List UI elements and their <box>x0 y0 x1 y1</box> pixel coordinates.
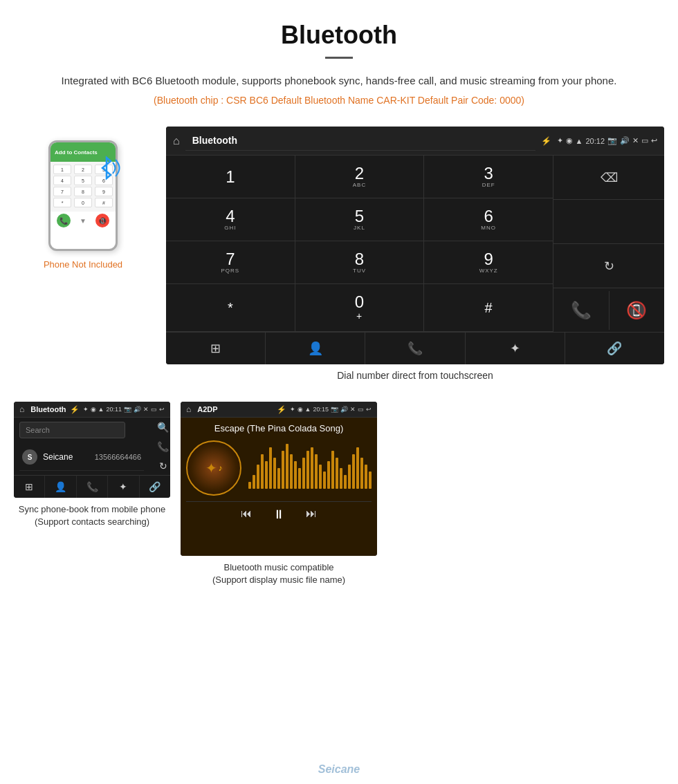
dialer-header: ⌂ Bluetooth ⚡ ✦ ◉ ▲ 20:12 📷 🔊 ✕ ▭ ↩ <box>166 127 664 156</box>
dialer-row-3: 7 PQRS 8 TUV 9 WXYZ <box>166 241 553 284</box>
phone-key-row-4: * 0 # <box>53 198 113 207</box>
phonebook-wrapper: ⌂ Bluetooth ⚡ ✦ ◉ ▲ 20:11 📷 🔊 ✕ ▭ ↩ <box>14 402 170 590</box>
dialer-key-5[interactable]: 5 JKL <box>295 198 425 241</box>
home-icon[interactable]: ⌂ <box>173 135 180 147</box>
bluetooth-status-icon: ✦ <box>557 136 563 145</box>
pb-vol-icon: 🔊 <box>134 406 141 413</box>
back-icon[interactable]: ↩ <box>651 136 657 145</box>
pb-signal-icon: ▲ <box>98 406 104 413</box>
volume-icon: 🔊 <box>620 136 630 145</box>
time-display: 20:12 <box>585 137 605 145</box>
viz-bar <box>277 468 280 489</box>
dialer-key-8[interactable]: 8 TUV <box>295 241 425 283</box>
pb-back-icon[interactable]: ↩ <box>159 406 165 413</box>
call-green-icon: 📞 <box>571 301 592 320</box>
music-home-icon[interactable]: ⌂ <box>186 404 191 414</box>
bt-album-icon: ✦ <box>205 460 217 476</box>
viz-bar <box>360 458 363 489</box>
phone-bottom-row: 📞 ▼ 📵 <box>51 212 116 230</box>
end-call-button[interactable]: 📵 <box>610 291 665 330</box>
sub-6: MNO <box>481 225 496 231</box>
viz-bar <box>323 472 326 489</box>
pb-contacts-btn[interactable]: 👤 <box>45 476 76 498</box>
refresh-icon[interactable]: ↻ <box>604 259 614 274</box>
phone-key-star[interactable]: * <box>53 198 71 207</box>
status-icons: ✦ ◉ ▲ 20:12 📷 🔊 ✕ ▭ ↩ <box>557 136 657 145</box>
music-screen: ⌂ A2DP ⚡ ✦ ◉ ▲ 20:15 📷 🔊 ✕ ▭ ↩ Escape (T… <box>181 402 377 556</box>
viz-bar <box>286 444 288 489</box>
pb-link-btn[interactable]: 🔗 <box>140 476 170 498</box>
viz-bar <box>306 451 309 489</box>
pb-grid-btn[interactable]: ⊞ <box>14 476 45 498</box>
dialer-key-3[interactable]: 3 DEF <box>424 156 553 198</box>
pb-phone-btn[interactable]: 📞 <box>77 476 108 498</box>
call-buttons-row: 📞 📵 <box>553 288 664 332</box>
phonebook-header: ⌂ Bluetooth ⚡ ✦ ◉ ▲ 20:11 📷 🔊 ✕ ▭ ↩ <box>14 402 170 418</box>
next-track-button[interactable]: ⏭ <box>306 507 317 522</box>
music-back-icon[interactable]: ↩ <box>366 406 372 413</box>
pb-title: Bluetooth <box>28 405 66 413</box>
phone-key-7[interactable]: 7 <box>53 187 71 196</box>
viz-bar <box>294 461 297 489</box>
phone-key-0[interactable]: 0 <box>74 198 92 207</box>
phonebook-label-line2: (Support contacts searching) <box>35 516 149 527</box>
toolbar-phone[interactable]: 📞 <box>365 333 465 364</box>
contact-name: Seicane <box>43 452 89 462</box>
toolbar-grid[interactable]: ⊞ <box>166 333 266 364</box>
dialer-key-1[interactable]: 1 <box>166 156 295 198</box>
dialer-key-hash[interactable]: # <box>424 284 553 331</box>
dialer-key-2[interactable]: 2 ABC <box>295 156 425 198</box>
contact-row[interactable]: S Seicane 13566664466 <box>19 444 144 471</box>
usb-icon: ⚡ <box>541 136 551 146</box>
dialer-key-9[interactable]: 9 WXYZ <box>424 241 553 283</box>
toolbar-contacts[interactable]: 👤 <box>266 333 365 364</box>
call-red-icon: 📵 <box>626 301 647 320</box>
phonebook-label: Sync phone-book from mobile phone (Suppo… <box>14 498 170 532</box>
phonebook-screen: ⌂ Bluetooth ⚡ ✦ ◉ ▲ 20:11 📷 🔊 ✕ ▭ ↩ <box>14 402 170 498</box>
digit-4: 4 <box>226 208 235 225</box>
toolbar-bluetooth[interactable]: ✦ <box>466 333 565 364</box>
search-bar[interactable]: Search <box>19 422 125 438</box>
toolbar-link[interactable]: 🔗 <box>565 333 664 364</box>
viz-bar <box>257 465 259 489</box>
digit-1: 1 <box>226 169 235 185</box>
dialer-toolbar: ⊞ 👤 📞 ✦ 🔗 <box>166 332 664 364</box>
backspace-icon[interactable]: ⌫ <box>601 170 618 185</box>
phone-end-button[interactable]: 📵 <box>95 214 109 227</box>
phone-call-button[interactable]: 📞 <box>57 214 71 227</box>
pb-status: ✦ ◉ ▲ 20:11 📷 🔊 ✕ ▭ ↩ <box>83 406 165 413</box>
close-icon: ✕ <box>632 136 639 145</box>
dialer-key-7[interactable]: 7 PQRS <box>166 241 295 283</box>
viz-bar <box>261 454 264 489</box>
song-title: Escape (The Pina Colada Song) <box>186 423 372 433</box>
header-section: Bluetooth Integrated with BC6 Bluetooth … <box>0 0 678 120</box>
page-title: Bluetooth <box>42 21 636 50</box>
side-call-icon[interactable]: 📞 <box>157 441 169 452</box>
sub-7: PQRS <box>221 268 240 274</box>
viz-bar <box>253 475 255 489</box>
phone-key-hash[interactable]: # <box>95 198 113 207</box>
dialer-key-0[interactable]: 0 + <box>295 284 425 331</box>
empty-row <box>553 200 664 244</box>
prev-track-button[interactable]: ⏮ <box>241 507 252 522</box>
viz-bar <box>311 447 313 489</box>
phone-key-4[interactable]: 4 <box>53 176 71 185</box>
play-pause-button[interactable]: ⏸ <box>273 507 285 522</box>
pb-bt-btn[interactable]: ✦ <box>108 476 139 498</box>
side-search-icon[interactable]: 🔍 <box>157 422 169 433</box>
digit-3: 3 <box>484 165 493 182</box>
phone-zero: ▼ <box>80 214 86 227</box>
dialer-key-6[interactable]: 6 MNO <box>424 198 553 241</box>
digit-hash: # <box>485 301 493 315</box>
pb-home-icon[interactable]: ⌂ <box>19 404 24 414</box>
phone-key-1[interactable]: 1 <box>53 165 71 174</box>
sub-8: TUV <box>353 268 366 274</box>
dialer-key-star[interactable]: * <box>166 284 295 331</box>
dialer-key-4[interactable]: 4 GHI <box>166 198 295 241</box>
pb-usb-icon: ⚡ <box>70 405 80 414</box>
viz-bar <box>269 447 272 489</box>
music-label-line2: (Support display music file name) <box>212 575 345 585</box>
side-refresh-icon[interactable]: ↻ <box>159 460 167 472</box>
phonebook-label-line1: Sync phone-book from mobile phone <box>19 504 165 514</box>
call-button[interactable]: 📞 <box>553 291 610 330</box>
